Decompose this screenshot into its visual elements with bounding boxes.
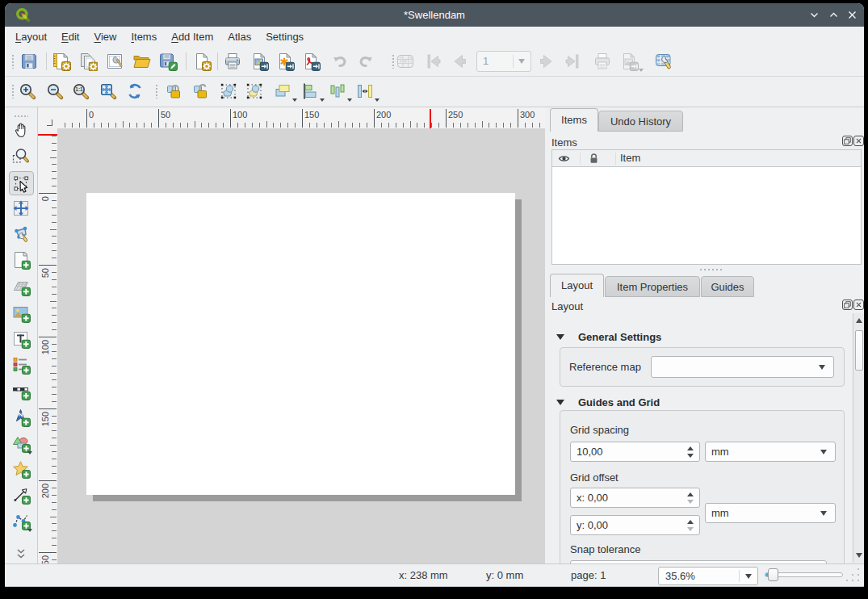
add-label-button[interactable]: [10, 328, 32, 350]
select-move-item-button[interactable]: [9, 171, 34, 195]
menu-item-edit[interactable]: Edit: [54, 28, 86, 45]
grid-offset-y-spinbox[interactable]: y: 0,00: [570, 515, 700, 535]
grid-offset-y-up-icon[interactable]: [687, 520, 694, 524]
unlock-items-button[interactable]: [191, 80, 213, 103]
print-atlas-button[interactable]: [618, 50, 640, 73]
pan-button[interactable]: [10, 119, 32, 141]
redo-button[interactable]: [354, 50, 377, 73]
open-template-button[interactable]: [130, 50, 153, 73]
tab-item-properties[interactable]: Item Properties: [605, 276, 700, 297]
grid-offset-x-up-icon[interactable]: [687, 492, 694, 496]
refresh-button[interactable]: [124, 80, 146, 103]
reference-map-combobox[interactable]: [651, 356, 834, 378]
layout-manager-button[interactable]: [103, 50, 126, 73]
layout-panel-float-button[interactable]: [842, 300, 853, 310]
scrollbar-down-icon[interactable]: [856, 553, 862, 558]
tab-guides[interactable]: Guides: [701, 276, 754, 297]
add-pages-button[interactable]: [191, 50, 213, 73]
general-settings-header[interactable]: General Settings: [578, 331, 661, 343]
close-button[interactable]: [846, 9, 858, 21]
toolbar-handle[interactable]: [11, 54, 15, 69]
scrollbar-thumb[interactable]: [855, 330, 863, 371]
raise-items-button[interactable]: [271, 80, 294, 103]
select-all-button[interactable]: [217, 80, 240, 103]
grid-spacing-down-icon[interactable]: [687, 454, 694, 458]
menu-item-atlas[interactable]: Atlas: [220, 28, 258, 45]
items-panel-float-button[interactable]: [842, 136, 853, 146]
page-number-button[interactable]: [535, 50, 558, 73]
maximize-button[interactable]: [828, 9, 840, 21]
grid-offset-unit-combobox[interactable]: mm: [705, 503, 836, 523]
lock-items-button[interactable]: [164, 80, 187, 103]
items-tree[interactable]: Item: [551, 149, 862, 265]
last-feature-button[interactable]: [591, 50, 614, 73]
zoom-button[interactable]: [10, 145, 32, 167]
export-atlas-button[interactable]: [652, 50, 675, 73]
guides-grid-collapse-icon[interactable]: [556, 400, 564, 405]
export-pdf-button[interactable]: [300, 50, 322, 73]
toolbar-handle[interactable]: [11, 84, 15, 98]
grid-offset-x-spinbox[interactable]: x: 0,00: [570, 488, 700, 508]
items-panel-close-button[interactable]: [853, 136, 864, 146]
layout-page[interactable]: [86, 193, 515, 495]
zoom-actual-button[interactable]: [69, 80, 92, 103]
add-page-button[interactable]: [10, 249, 32, 271]
grid-offset-y-down-icon[interactable]: [687, 527, 694, 531]
save-project-button[interactable]: [18, 50, 40, 73]
previous-feature-button[interactable]: [448, 50, 471, 73]
grid-offset-x-down-icon[interactable]: [687, 500, 694, 504]
menu-item-add-item[interactable]: Add Item: [164, 28, 220, 45]
zoom-out-button[interactable]: [44, 80, 66, 103]
menu-item-view[interactable]: View: [86, 28, 124, 45]
duplicate-layout-button[interactable]: [77, 50, 99, 73]
tab-layout[interactable]: Layout: [550, 274, 604, 297]
grid-spacing-unit-combobox[interactable]: mm: [705, 442, 836, 462]
add-north-arrow-button[interactable]: [10, 406, 32, 429]
print-button[interactable]: [221, 50, 244, 73]
resize-items-button[interactable]: [354, 80, 376, 103]
atlas-page-combobox[interactable]: 1: [476, 51, 531, 72]
menu-item-items[interactable]: Items: [124, 28, 164, 45]
menu-item-layout[interactable]: Layout: [8, 28, 54, 45]
add-picture-button[interactable]: [10, 302, 32, 325]
grid-spacing-up-icon[interactable]: [687, 446, 694, 450]
align-items-button[interactable]: [299, 80, 321, 103]
first-feature-button[interactable]: [422, 50, 445, 73]
layout-panel-close-button[interactable]: [853, 300, 864, 310]
zoom-slider-handle[interactable]: [768, 568, 778, 581]
add-scalebar-button[interactable]: [10, 379, 32, 402]
deselect-all-button[interactable]: [243, 80, 266, 103]
save-as-template-button[interactable]: [157, 50, 179, 73]
zoom-in-button[interactable]: [16, 80, 39, 103]
export-image-button[interactable]: [248, 50, 270, 73]
add-marker-button[interactable]: [10, 458, 32, 480]
grid-spacing-spinbox[interactable]: 10,00: [570, 442, 700, 462]
add-shape-button[interactable]: [10, 432, 32, 454]
tab-items[interactable]: Items: [550, 108, 598, 132]
guides-grid-header[interactable]: Guides and Grid: [578, 396, 660, 408]
zoom-full-button[interactable]: [97, 80, 120, 103]
menu-item-settings[interactable]: Settings: [258, 28, 311, 45]
scrollbar-up-icon[interactable]: [856, 318, 862, 323]
move-item-content-button[interactable]: [10, 197, 32, 220]
edit-nodes-item-button[interactable]: [10, 223, 32, 245]
add-legend-button[interactable]: [10, 354, 32, 376]
new-layout-button[interactable]: [50, 50, 73, 73]
distribute-items-button[interactable]: [326, 80, 349, 103]
add-3d-map-button[interactable]: [10, 275, 32, 298]
dock-splitter[interactable]: [700, 269, 722, 270]
general-settings-collapse-icon[interactable]: [556, 334, 564, 340]
export-svg-button[interactable]: [274, 50, 296, 73]
toolbar-handle[interactable]: [155, 84, 159, 98]
add-node-item-button[interactable]: [10, 509, 32, 532]
minimize-button[interactable]: [808, 9, 820, 21]
toolbox-extender-button[interactable]: [11, 547, 31, 562]
zoom-combobox[interactable]: 35.6%: [658, 567, 758, 585]
tab-undo-history[interactable]: Undo History: [598, 111, 683, 132]
atlas-preview-button[interactable]: [394, 50, 417, 73]
size-grip[interactable]: [840, 566, 861, 584]
add-arrow-button[interactable]: [10, 484, 32, 506]
next-feature-button[interactable]: [561, 50, 584, 73]
undo-button[interactable]: [329, 50, 351, 73]
titlebar[interactable]: *Swellendam: [5, 3, 864, 27]
